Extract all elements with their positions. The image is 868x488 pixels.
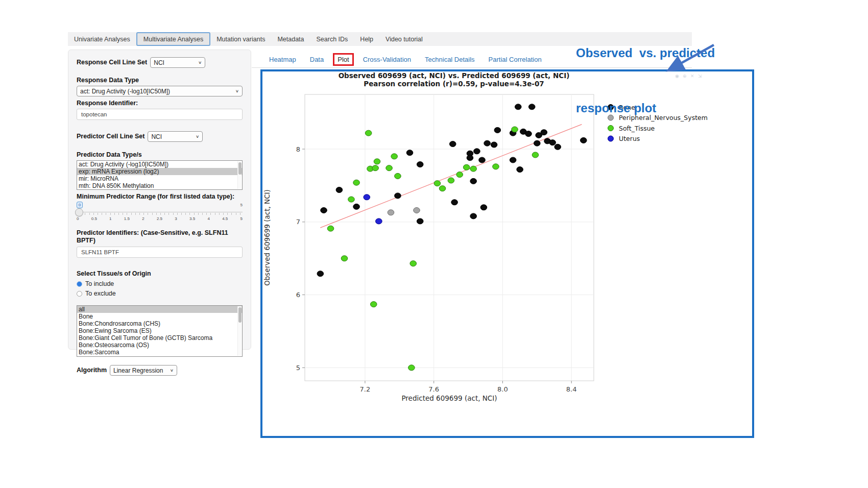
slider-tick-label: 2.5 [157,216,162,221]
scatter-point-soft-tissue [341,256,348,261]
scatter-point-bone [549,140,556,145]
scatter-point-soft-tissue [532,152,539,158]
response-cell-line-set-select[interactable]: NCI ∨ [150,57,205,68]
scrollbar[interactable] [237,161,242,189]
scatter-point-soft-tissue [395,173,401,179]
predictor-option-mir-microrna[interactable]: mir: MicroRNA [77,175,242,182]
scatter-point-soft-tissue [365,130,372,136]
scatter-point-soft-tissue [353,180,360,185]
x-tick-label: 7.2 [360,385,371,393]
scatter-point-soft-tissue [348,197,355,202]
tissue-option-bone-sarcoma[interactable]: Bone:Sarcoma [77,349,242,356]
algorithm-row: Algorithm Linear Regression ∨ [77,365,243,376]
tissue-origin-label: Select Tissue/s of Origin [77,270,243,278]
scatter-point-bone [417,162,423,167]
scatter-point-bone [467,155,473,161]
predictor-identifiers-input[interactable]: SLFN11 BPTF [77,247,243,258]
chevron-down-icon: ∨ [235,89,239,93]
predictor-option-mth-dna-850k-methylation[interactable]: mth: DNA 850K Methylation [77,182,242,189]
predictor-option-exp-mrna-expression-log2[interactable]: exp: mRNA Expression (log2) [77,168,242,175]
tab-technical-details[interactable]: Technical Details [425,56,475,63]
scatter-point-soft-tissue [463,164,470,170]
scatter-point-soft-tissue [493,164,499,169]
tissue-option-peripheral-nervous-system[interactable]: Peripheral_Nervous_System [77,356,242,357]
predictor-data-types-listbox[interactable]: act: Drug Activity (-log10[IC50M])exp: m… [77,160,243,190]
scatter-point-soft-tissue [448,178,454,183]
plot-panel [305,94,594,381]
response-data-type-label: Response Data Type [77,77,243,84]
sidebar-panel: Response Cell Line Set NCI ∨ Response Da… [68,50,251,350]
radio-selected-icon[interactable] [77,281,82,287]
predictor-data-types-label: Predictor Data Type/s [77,151,243,159]
x-tick-label: 8.0 [497,385,508,393]
y-tick-label: 5 [296,364,300,372]
tissue-option-bone-chondrosarcoma-chs[interactable]: Bone:Chondrosarcoma (CHS) [77,320,242,327]
nav-tab-metadata[interactable]: Metadata [271,32,310,46]
scatter-point-soft-tissue [410,261,417,266]
nav-tab-video-tutorial[interactable]: Video tutorial [379,32,429,46]
scatter-point-bone [515,104,521,110]
nav-tab-univariate-analyses[interactable]: Univariate Analyses [68,32,136,46]
annotation-arrow [648,40,735,76]
algorithm-label: Algorithm [77,367,107,374]
slider-tick-label: 5 [240,216,243,221]
tab-plot[interactable]: Plot [337,56,349,63]
slider-tick-label: 3.5 [189,216,195,221]
scatter-point-soft-tissue [370,302,377,307]
nav-tab-search-ids[interactable]: Search IDs [310,32,354,46]
scrollbar-thumb[interactable] [238,307,242,323]
response-data-type-select[interactable]: act: Drug Activity (-log10[IC50M]) ∨ [77,86,243,96]
min-predictor-range-label: Minimum Predictor Range (for first liste… [77,193,243,201]
tissue-include-radio-row[interactable]: To include [77,280,243,287]
scatter-point-bone [353,204,360,209]
scatter-point-bone [491,142,497,148]
slider-value-badge: 0 [77,202,83,208]
scrollbar[interactable] [237,306,242,356]
nav-tab-mutation-variants[interactable]: Mutation variants [210,32,271,46]
tissue-option-bone-giant-cell-tumor-of-bone-gctb-sarcoma[interactable]: Bone:Giant Cell Tumor of Bone (GCTB) Sar… [77,334,242,341]
app-root: Univariate AnalysesMultivariate Analyses… [0,0,868,488]
scatter-point-uterus [376,218,382,224]
y-axis-title: Observed 609699 (act, NCI) [263,189,271,286]
tissue-listbox[interactable]: allBoneBone:Chondrosarcoma (CHS)Bone:Ewi… [77,305,243,357]
x-tick-label: 7.6 [428,385,439,393]
tab-partial-correlation[interactable]: Partial Correlation [489,56,542,63]
scatter-point-bone [484,140,491,146]
scatter-point-bone [470,213,477,219]
scrollbar-thumb[interactable] [238,162,242,175]
scatter-point-bone [336,187,343,193]
tissue-option-bone-osteosarcoma-os[interactable]: Bone:Osteosarcoma (OS) [77,341,242,349]
tissue-option-bone-ewing-sarcoma-es[interactable]: Bone:Ewing Sarcoma (ES) [77,327,242,334]
tissue-option-bone[interactable]: Bone [77,313,242,320]
tab-data[interactable]: Data [310,56,324,63]
radio-unselected-icon[interactable] [77,291,82,297]
predictor-option-act-drug-activity-log10-ic50m[interactable]: act: Drug Activity (-log10[IC50M]) [77,161,242,168]
chevron-down-icon: ∨ [196,134,199,139]
tab-heatmap[interactable]: Heatmap [269,56,296,63]
scatter-point-soft-tissue [434,181,441,186]
scatter-point-soft-tissue [456,172,463,178]
nav-tab-multivariate-analyses[interactable]: Multivariate Analyses [136,32,210,46]
y-tick-label: 6 [296,291,300,299]
slider-tick-label: 4 [207,216,209,221]
scatter-point-bone [417,218,423,224]
algorithm-select[interactable]: Linear Regression ∨ [110,365,177,376]
min-predictor-range-slider[interactable]: 0 5 00.511.522.533.544.55 [77,202,243,225]
tissue-option-all[interactable]: all [77,306,242,313]
scatter-point-soft-tissue [327,226,334,231]
slider-handle[interactable] [75,208,83,216]
slider-tick-label: 3 [175,216,177,221]
nav-tab-help[interactable]: Help [354,32,379,46]
tab-cross-validation[interactable]: Cross-Validation [363,56,411,63]
predictor-cell-line-set-select[interactable]: NCI ∨ [148,131,203,142]
scatter-point-bone [449,141,456,147]
scatter-point-soft-tissue [391,154,398,159]
response-identifier-input[interactable]: topotecan [77,109,243,120]
annotation-callout: Observed vs. predicted response plot [576,7,715,154]
scatter-point-bone [321,207,327,213]
scatter-point-soft-tissue [374,159,380,164]
tissue-exclude-radio-row[interactable]: To exclude [77,290,243,297]
scatter-point-bone [317,271,324,277]
slider-tick-label: 2 [142,216,144,221]
slider-track[interactable] [77,212,243,212]
